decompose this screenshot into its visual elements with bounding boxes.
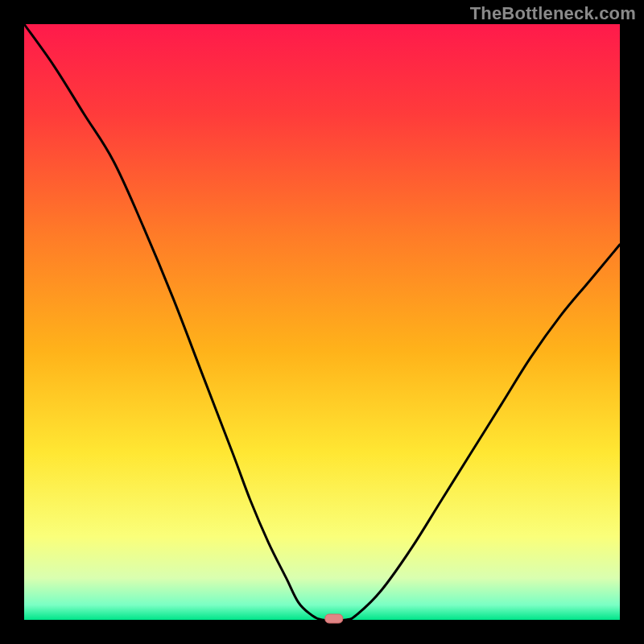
bottleneck-chart — [0, 0, 644, 644]
optimum-marker — [325, 614, 343, 623]
watermark-text: TheBottleneck.com — [470, 3, 636, 24]
chart-frame: { "watermark": "TheBottleneck.com", "col… — [0, 0, 644, 644]
gradient-background — [24, 24, 620, 620]
